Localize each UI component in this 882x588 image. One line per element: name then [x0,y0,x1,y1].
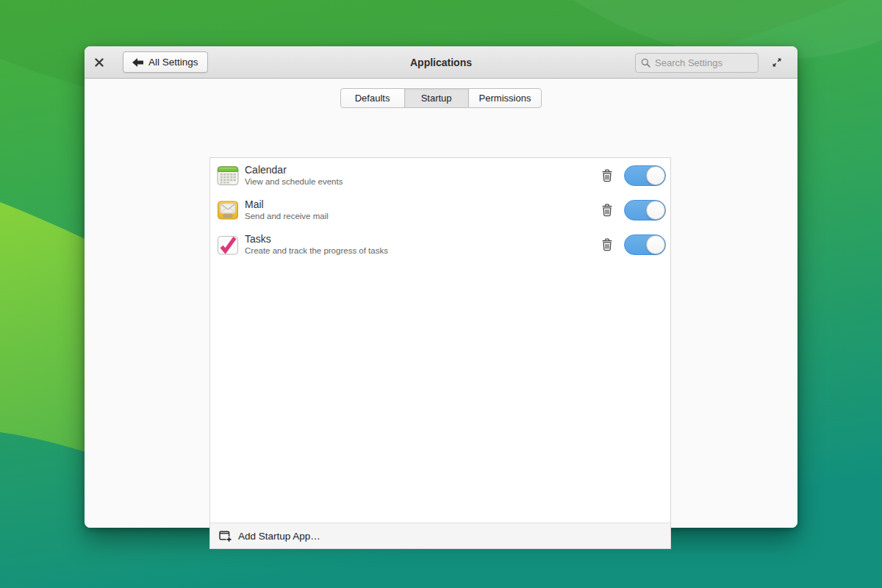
panel-footer: Add Startup App… [210,523,670,548]
startup-app-row: Mail Send and receive mail [210,193,670,227]
add-app-icon [219,530,232,542]
tab-startup[interactable]: Startup [404,88,469,108]
view-switcher: Defaults Startup Permissions [85,88,797,108]
maximize-button[interactable] [766,52,788,73]
all-settings-button[interactable]: All Settings [123,51,208,73]
app-description: Send and receive mail [245,211,599,221]
tab-defaults[interactable]: Defaults [340,88,405,108]
add-startup-app-button[interactable]: Add Startup App… [210,523,329,548]
startup-app-toggle[interactable] [624,234,666,255]
startup-apps-panel: Calendar View and schedule events [209,157,671,549]
trash-icon [601,169,613,182]
startup-app-toggle[interactable] [624,165,666,186]
mail-icon [217,199,239,221]
close-button[interactable] [89,52,110,73]
all-settings-label: All Settings [148,57,198,68]
remove-startup-app-button[interactable] [599,202,615,218]
app-name: Calendar [245,164,599,176]
add-startup-app-label: Add Startup App… [238,531,320,542]
app-name: Mail [245,198,599,211]
applications-pane: Defaults Startup Permissions Calendar Vi… [85,79,797,528]
calendar-icon [217,165,239,187]
app-description: Create and track the progress of tasks [245,245,599,256]
app-description: View and schedule events [245,176,599,187]
remove-startup-app-button[interactable] [599,237,615,253]
trash-icon [601,238,613,251]
settings-window: All Settings Applications Defaults Start… [85,46,797,528]
startup-app-row: Calendar View and schedule events [210,158,670,193]
app-name: Tasks [245,233,599,245]
toggle-knob [646,201,665,220]
toggle-knob [646,166,665,185]
headerbar: All Settings Applications [85,46,797,79]
tab-permissions[interactable]: Permissions [468,88,542,108]
tasks-icon [217,234,239,256]
startup-app-toggle[interactable] [624,200,666,220]
search-input[interactable] [655,57,753,68]
trash-icon [601,204,613,217]
search-icon [641,57,650,68]
startup-app-row: Tasks Create and track the progress of t… [210,227,670,262]
search-field[interactable] [635,53,759,73]
remove-startup-app-button[interactable] [599,168,615,184]
page-title: Applications [410,57,472,68]
toggle-knob [646,235,665,254]
close-icon [95,58,104,67]
back-arrow-icon [132,58,143,67]
startup-app-list: Calendar View and schedule events [210,158,670,523]
maximize-icon [771,57,783,68]
